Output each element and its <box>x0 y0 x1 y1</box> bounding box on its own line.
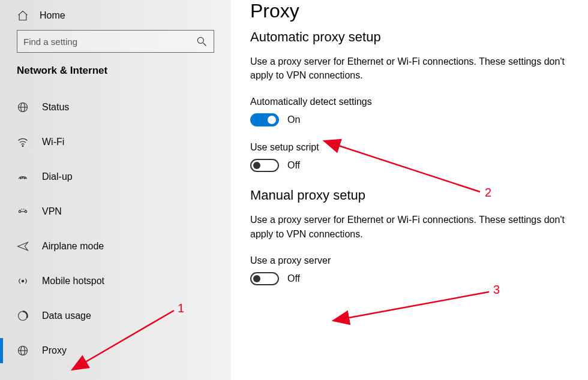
auto-detect-state: On <box>287 114 300 125</box>
sidebar: Home Network & Internet Status Wi-Fi <box>0 0 231 380</box>
sidebar-item-airplane[interactable]: Airplane mode <box>0 229 231 264</box>
sidebar-item-proxy[interactable]: Proxy <box>0 333 231 368</box>
section-manual-heading: Manual proxy setup <box>250 188 569 203</box>
sidebar-item-label: VPN <box>42 206 62 217</box>
svg-point-7 <box>22 177 23 179</box>
search-icon <box>196 35 208 47</box>
sidebar-category: Network & Internet <box>0 65 231 90</box>
annotation-3: 3 <box>493 283 500 297</box>
svg-point-9 <box>19 210 20 212</box>
section-automatic-desc: Use a proxy server for Ethernet or Wi-Fi… <box>250 55 569 82</box>
sidebar-home-label: Home <box>40 10 65 21</box>
search-input[interactable] <box>23 37 196 47</box>
sidebar-item-label: Status <box>42 102 69 113</box>
annotation-2: 2 <box>485 186 491 200</box>
sidebar-item-status[interactable]: Status <box>0 90 231 125</box>
airplane-icon <box>17 240 29 252</box>
sidebar-item-label: Proxy <box>42 345 67 356</box>
globe-icon <box>17 345 29 357</box>
sidebar-item-vpn[interactable]: VPN <box>0 194 231 229</box>
auto-detect-toggle[interactable] <box>250 113 279 126</box>
sidebar-item-datausage[interactable]: Data usage <box>0 298 231 333</box>
setup-script-state: Off <box>287 160 300 171</box>
sidebar-item-label: Wi-Fi <box>42 137 64 147</box>
search-box[interactable] <box>17 30 214 53</box>
auto-detect-label: Automatically detect settings <box>250 96 569 107</box>
svg-point-11 <box>22 280 23 282</box>
data-usage-icon <box>17 310 29 322</box>
svg-point-10 <box>25 210 26 212</box>
svg-point-6 <box>20 178 22 179</box>
sidebar-item-hotspot[interactable]: Mobile hotspot <box>0 264 231 298</box>
main-content: Proxy Automatic proxy setup Use a proxy … <box>231 0 588 380</box>
hotspot-icon <box>17 275 29 287</box>
setup-script-label: Use setup script <box>250 142 569 153</box>
sidebar-item-wifi[interactable]: Wi-Fi <box>0 125 231 159</box>
wifi-icon <box>17 136 29 148</box>
sidebar-item-label: Mobile hotspot <box>42 276 104 286</box>
home-icon <box>17 10 29 22</box>
setup-script-toggle[interactable] <box>250 159 279 172</box>
use-proxy-state: Off <box>287 273 300 284</box>
globe-icon <box>17 101 29 113</box>
svg-line-1 <box>203 43 206 46</box>
sidebar-home[interactable]: Home <box>0 6 231 30</box>
svg-point-5 <box>22 146 23 147</box>
page-title: Proxy <box>250 0 569 22</box>
section-manual-desc: Use a proxy server for Ethernet or Wi-Fi… <box>250 213 569 240</box>
sidebar-item-label: Dial-up <box>42 171 73 182</box>
sidebar-item-label: Airplane mode <box>42 241 104 252</box>
sidebar-item-dialup[interactable]: Dial-up <box>0 159 231 194</box>
use-proxy-label: Use a proxy server <box>250 255 569 266</box>
section-automatic-heading: Automatic proxy setup <box>250 29 569 45</box>
svg-point-0 <box>197 37 203 43</box>
svg-point-8 <box>25 178 26 179</box>
vpn-icon <box>17 206 29 218</box>
use-proxy-toggle[interactable] <box>250 272 279 285</box>
sidebar-item-label: Data usage <box>42 310 91 321</box>
dialup-icon <box>17 171 29 183</box>
annotation-1: 1 <box>178 301 184 315</box>
